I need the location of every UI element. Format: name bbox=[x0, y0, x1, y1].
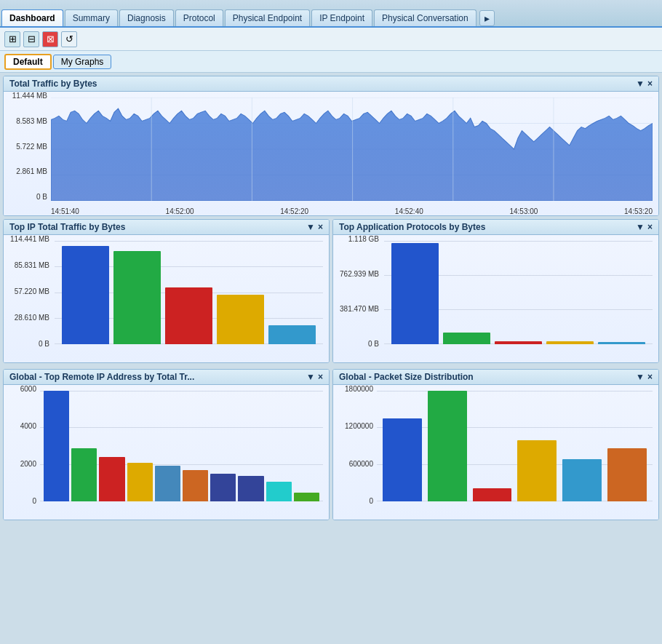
bar-1 bbox=[113, 251, 161, 344]
top-ip-bars bbox=[55, 241, 323, 344]
x-label-4: 14:53:00 bbox=[509, 207, 538, 215]
grid1-icon[interactable]: ⊞ bbox=[4, 31, 20, 47]
packet-bar-5 bbox=[607, 448, 647, 501]
top-app-title: Top Application Protocols by Bytes bbox=[339, 222, 485, 232]
toolbar: ⊞ ⊟ ⊠ ↺ bbox=[0, 28, 662, 51]
total-traffic-header: Total Traffic by Bytes ▼ × bbox=[4, 76, 658, 92]
global-packet-title: Global - Packet Size Distribution bbox=[339, 372, 474, 382]
tab-dashboard[interactable]: Dashboard bbox=[1, 9, 63, 26]
y-label-0: 11.444 MB bbox=[12, 92, 47, 100]
remote-bar-6 bbox=[210, 474, 236, 501]
global-top-remote-dropdown[interactable]: ▼ bbox=[306, 372, 315, 382]
top-ip-panel: Top IP Total Traffic by Bytes ▼ × 114.44… bbox=[3, 219, 330, 363]
y-label-3: 2.861 MB bbox=[16, 167, 47, 175]
bar-app-1 bbox=[443, 333, 490, 344]
bar-4 bbox=[268, 325, 316, 344]
remote-bar-0 bbox=[44, 391, 69, 501]
top-ip-close[interactable]: × bbox=[318, 222, 323, 232]
remote-bar-9 bbox=[294, 493, 319, 501]
bar-app-3 bbox=[546, 341, 594, 344]
tab-physical-endpoint[interactable]: Physical Endpoint bbox=[225, 9, 310, 26]
total-traffic-close[interactable]: × bbox=[647, 79, 653, 89]
remote-bar-5 bbox=[183, 470, 208, 501]
x-label-1: 14:52:00 bbox=[166, 207, 194, 215]
global-top-remote-panel: Global - Top Remote IP Address by Total … bbox=[3, 369, 330, 520]
top-app-close[interactable]: × bbox=[647, 222, 653, 232]
bar-app-4 bbox=[598, 342, 645, 344]
tab-bar: Dashboard Summary Diagnosis Protocol Phy… bbox=[0, 0, 662, 28]
top-app-dropdown[interactable]: ▼ bbox=[636, 222, 645, 232]
x-label-2: 14:52:20 bbox=[280, 207, 308, 215]
global-packet-bars bbox=[377, 391, 653, 501]
total-traffic-title: Total Traffic by Bytes bbox=[9, 79, 97, 89]
packet-bar-1 bbox=[428, 391, 467, 501]
y-label-2: 5.722 MB bbox=[16, 143, 47, 151]
tab-diagnosis[interactable]: Diagnosis bbox=[119, 9, 174, 26]
total-traffic-chart-area bbox=[51, 98, 653, 201]
global-top-remote-body: 6000 4000 2000 0 bbox=[4, 385, 329, 520]
sub-tab-default[interactable]: Default bbox=[4, 54, 52, 70]
sub-tab-my-graphs[interactable]: My Graphs bbox=[53, 55, 112, 69]
remote-bar-3 bbox=[127, 463, 153, 501]
remote-bar-7 bbox=[238, 476, 263, 501]
global-packet-close[interactable]: × bbox=[647, 372, 653, 382]
total-traffic-x-axis: 14:51:40 14:52:00 14:52:20 14:52:40 14:5… bbox=[51, 206, 653, 215]
bar-0 bbox=[62, 246, 109, 344]
tab-summary[interactable]: Summary bbox=[65, 9, 118, 26]
packet-bar-4 bbox=[562, 459, 602, 501]
y-label-4: 0 B bbox=[36, 193, 47, 201]
total-traffic-panel: Total Traffic by Bytes ▼ × 11.444 MB 8.5… bbox=[3, 76, 659, 216]
grid3-icon[interactable]: ⊠ bbox=[42, 31, 58, 47]
x-label-3: 14:52:40 bbox=[395, 207, 423, 215]
bar-app-0 bbox=[391, 243, 439, 344]
global-packet-dropdown[interactable]: ▼ bbox=[636, 372, 645, 382]
remote-bar-1 bbox=[71, 448, 97, 501]
packet-bar-0 bbox=[383, 418, 422, 501]
global-top-remote-header: Global - Top Remote IP Address by Total … bbox=[4, 370, 329, 385]
top-ip-y-axis: 114.441 MB 85.831 MB 57.220 MB 28.610 MB… bbox=[4, 235, 53, 348]
tab-physical-conversation[interactable]: Physical Conversation bbox=[374, 9, 476, 26]
global-packet-size-panel: Global - Packet Size Distribution ▼ × 18… bbox=[332, 369, 659, 520]
bottom-chart-row: Global - Top Remote IP Address by Total … bbox=[3, 369, 659, 523]
top-ip-body: 114.441 MB 85.831 MB 57.220 MB 28.610 MB… bbox=[4, 235, 329, 362]
top-app-body: 1.118 GB 762.939 MB 381.470 MB 0 B bbox=[333, 235, 658, 362]
packet-bar-2 bbox=[473, 488, 512, 501]
total-traffic-y-axis: 11.444 MB 8.583 MB 5.722 MB 2.861 MB 0 B bbox=[4, 92, 51, 201]
global-packet-body: 1800000 1200000 600000 0 bbox=[333, 385, 658, 520]
main-content: Total Traffic by Bytes ▼ × 11.444 MB 8.5… bbox=[0, 73, 662, 644]
refresh-icon[interactable]: ↺ bbox=[61, 31, 77, 47]
x-label-5: 14:53:20 bbox=[624, 207, 653, 215]
total-traffic-body: 11.444 MB 8.583 MB 5.722 MB 2.861 MB 0 B bbox=[4, 92, 658, 215]
top-ip-header: Top IP Total Traffic by Bytes ▼ × bbox=[4, 220, 329, 235]
top-app-protocols-panel: Top Application Protocols by Bytes ▼ × 1… bbox=[332, 219, 659, 363]
global-top-remote-title: Global - Top Remote IP Address by Total … bbox=[9, 372, 194, 382]
x-label-0: 14:51:40 bbox=[51, 207, 79, 215]
remote-bar-8 bbox=[266, 482, 292, 501]
top-app-bars bbox=[384, 241, 653, 344]
packet-bar-3 bbox=[517, 440, 557, 501]
sub-tab-bar: Default My Graphs bbox=[0, 51, 662, 73]
global-top-remote-bars bbox=[40, 391, 323, 501]
bar-3 bbox=[217, 295, 264, 344]
global-packet-y-axis: 1800000 1200000 600000 0 bbox=[333, 385, 377, 505]
bar-app-2 bbox=[495, 341, 542, 344]
bar-2 bbox=[165, 287, 212, 344]
global-top-remote-y-axis: 6000 4000 2000 0 bbox=[4, 385, 40, 505]
remote-bar-2 bbox=[99, 457, 124, 501]
global-packet-header: Global - Packet Size Distribution ▼ × bbox=[333, 370, 658, 385]
tab-nav-button[interactable]: ▸ bbox=[479, 10, 495, 26]
tab-protocol[interactable]: Protocol bbox=[175, 9, 223, 26]
global-top-remote-close[interactable]: × bbox=[318, 372, 323, 382]
top-ip-title: Top IP Total Traffic by Bytes bbox=[9, 222, 125, 232]
top-app-header: Top Application Protocols by Bytes ▼ × bbox=[333, 220, 658, 235]
middle-chart-row: Top IP Total Traffic by Bytes ▼ × 114.44… bbox=[3, 219, 659, 366]
tab-ip-endpoint[interactable]: IP Endpoint bbox=[311, 9, 372, 26]
y-label-1: 8.583 MB bbox=[16, 117, 47, 125]
grid2-icon[interactable]: ⊟ bbox=[23, 31, 39, 47]
remote-bar-4 bbox=[155, 466, 180, 501]
top-app-y-axis: 1.118 GB 762.939 MB 381.470 MB 0 B bbox=[333, 235, 383, 348]
total-traffic-dropdown[interactable]: ▼ bbox=[636, 79, 645, 89]
top-ip-dropdown[interactable]: ▼ bbox=[306, 222, 315, 232]
area-chart-svg bbox=[51, 98, 653, 201]
